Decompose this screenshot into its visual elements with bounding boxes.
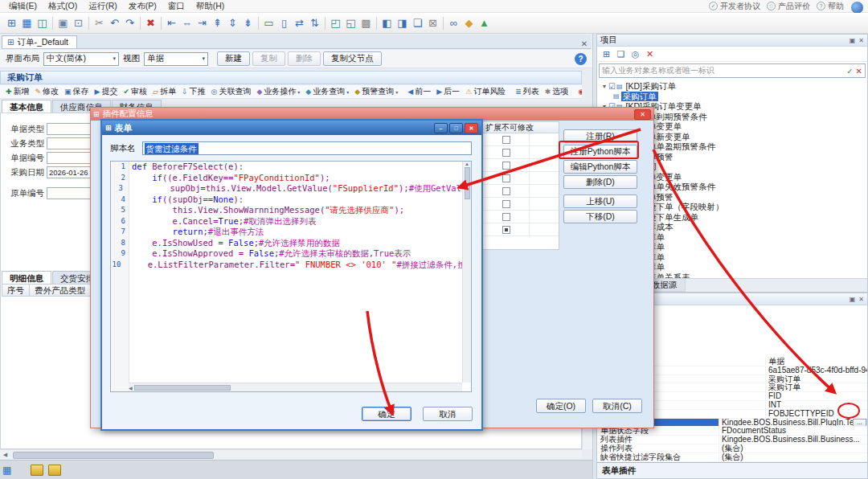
delete-object-icon[interactable]: ✕: [644, 49, 656, 59]
pin-icon[interactable]: ▣: [850, 296, 856, 303]
field-input[interactable]: [47, 187, 93, 199]
button-上移(U)[interactable]: 上移(U): [563, 194, 637, 208]
checkbox[interactable]: [502, 136, 510, 144]
package-icon[interactable]: [31, 465, 43, 476]
form-button[interactable]: ◀前一: [405, 86, 433, 97]
print-icon[interactable]: ⊡: [71, 15, 86, 31]
form-button[interactable]: ✚新增: [3, 86, 32, 97]
maximize-button[interactable]: □: [449, 123, 463, 133]
package-icon[interactable]: [48, 465, 61, 476]
button-下移(D)[interactable]: 下移(D): [563, 210, 637, 223]
form-button[interactable]: ◉退出: [575, 86, 582, 97]
button-删除(D)[interactable]: 删除(D): [563, 175, 637, 189]
align-top-icon[interactable]: ⇞: [210, 15, 225, 31]
editor-horizontal-scrollbar[interactable]: ◀: [129, 383, 462, 391]
help-icon[interactable]: ?: [575, 53, 587, 65]
menu-item[interactable]: 格式(O): [43, 1, 83, 12]
split-vertical-icon[interactable]: ◨: [395, 15, 410, 31]
horizontal-scrollbar[interactable]: ◀: [0, 449, 582, 460]
form-button[interactable]: ▱拆单: [150, 86, 178, 97]
publish-icon[interactable]: ▲: [477, 15, 492, 31]
align-middle-icon[interactable]: ⇕: [225, 15, 240, 31]
tab-明细信息[interactable]: 明细信息: [2, 271, 51, 284]
menu-item[interactable]: 窗口: [162, 1, 190, 12]
minimize-button[interactable]: –: [434, 123, 448, 133]
form-button[interactable]: ▣保存: [62, 86, 92, 97]
menu-item[interactable]: 运行(R): [83, 1, 123, 12]
checkbox[interactable]: [502, 174, 510, 182]
search-confirm-icon[interactable]: ✓: [846, 67, 853, 76]
menubar-help[interactable]: ?帮助: [817, 1, 844, 12]
align-left-icon[interactable]: ⇤: [164, 15, 179, 31]
property-row[interactable]: 列表插件Kingdee.BOS.Business.Bill.Business..…: [597, 436, 867, 444]
form-button[interactable]: ✱选项: [542, 86, 571, 97]
tab-基本信息[interactable]: 基本信息: [2, 100, 51, 113]
new-object-icon[interactable]: ⊞: [600, 49, 612, 59]
field-input[interactable]: 2026-01-26: [47, 166, 93, 178]
search-clear-icon[interactable]: ✕: [856, 67, 862, 76]
same-height-icon[interactable]: ▯: [276, 15, 292, 31]
checkbox-checked[interactable]: [502, 226, 510, 234]
menubar-product-review[interactable]: ☆产品评价: [767, 1, 810, 12]
form-layout-icon[interactable]: ◫: [35, 15, 50, 31]
ellipsis-button[interactable]: ...: [853, 419, 866, 427]
cascade-windows-icon[interactable]: ❏: [410, 15, 425, 31]
code-editor[interactable]: 1def BeforeF7Select(e):2 if((e.FieldKey=…: [110, 161, 472, 392]
same-width-icon[interactable]: ▭: [261, 15, 276, 31]
menu-item[interactable]: 编辑(E): [3, 1, 43, 12]
split-horizontal-icon[interactable]: ◧: [379, 15, 395, 31]
close-icon[interactable]: ✕: [858, 37, 864, 44]
cut-icon[interactable]: ✂: [92, 15, 107, 31]
space-horizontal-icon[interactable]: ⇄: [292, 15, 307, 31]
cancel-button[interactable]: 取消: [423, 407, 473, 421]
scroll-left-icon[interactable]: ◀: [0, 452, 10, 458]
ok-button[interactable]: 确定(O): [536, 399, 586, 413]
action-button[interactable]: 新建: [217, 51, 250, 66]
bring-front-icon[interactable]: ◰: [328, 15, 343, 31]
align-right-icon[interactable]: ⇥: [194, 15, 210, 31]
copy-object-icon[interactable]: ❏: [615, 49, 627, 59]
package-icon[interactable]: ◆: [461, 15, 477, 31]
form-button[interactable]: ▶后一: [434, 86, 462, 97]
save-icon[interactable]: ▣: [55, 15, 71, 31]
field-input[interactable]: [47, 152, 93, 164]
link-icon[interactable]: ∞: [446, 15, 461, 31]
scroll-thumb[interactable]: [465, 167, 470, 199]
button-注册Python脚本[interactable]: 注册Python脚本: [563, 145, 637, 158]
property-row[interactable]: 操作列表(集合): [597, 444, 867, 453]
grid-column-header[interactable]: 序号: [2, 284, 30, 297]
close-window-icon[interactable]: ⊠: [425, 15, 440, 31]
expand-icon[interactable]: ▼: [600, 84, 608, 89]
form-button[interactable]: ⚠订单风险: [463, 86, 508, 97]
space-vertical-icon[interactable]: ⇅: [307, 15, 322, 31]
layout-select[interactable]: 中文(简体) ▾: [43, 52, 119, 66]
checkbox[interactable]: [502, 149, 510, 157]
close-button[interactable]: ✕: [465, 123, 478, 133]
align-center-icon[interactable]: ⇔: [179, 15, 194, 31]
undo-icon[interactable]: ↶: [107, 15, 122, 31]
menu-item[interactable]: 发布(P): [123, 1, 162, 12]
new-form-icon[interactable]: ⊞: [4, 15, 19, 31]
form-button[interactable]: ◆业务查询▾: [303, 86, 351, 97]
form-dialog-titlebar[interactable]: ⊞ 表单 – □ ✕: [102, 121, 481, 135]
button-编辑Python脚本[interactable]: 编辑Python脚本: [563, 160, 637, 174]
delete-icon[interactable]: ✖: [143, 15, 158, 31]
ok-button[interactable]: 确定: [362, 407, 411, 421]
script-name-input[interactable]: 货需过滤条件: [142, 141, 473, 155]
form-button[interactable]: ◆业务操作▾: [254, 86, 302, 97]
search-input[interactable]: 输入业务对象名称或者唯一标识: [602, 65, 844, 76]
property-row[interactable]: 缺省快捷过滤字段集合(集合): [597, 453, 867, 462]
checkbox-checked-icon[interactable]: ☑: [608, 82, 616, 91]
checkbox[interactable]: [502, 187, 510, 195]
menu-item[interactable]: 帮助(H): [190, 1, 231, 12]
editor-vertical-scrollbar[interactable]: ▲: [462, 162, 471, 383]
align-bottom-icon[interactable]: ⇟: [240, 15, 256, 31]
scroll-thumb[interactable]: [13, 452, 214, 459]
checkbox[interactable]: [502, 213, 510, 221]
form-button[interactable]: ≣列表: [513, 86, 542, 97]
form-button[interactable]: ✎修改: [33, 86, 62, 97]
cancel-button[interactable]: 取消(C): [592, 399, 642, 413]
designer-tab[interactable]: ⊞ 订单-_Default: [2, 35, 77, 48]
form-button[interactable]: ✔审核: [121, 86, 150, 97]
send-back-icon[interactable]: ◱: [343, 15, 358, 31]
